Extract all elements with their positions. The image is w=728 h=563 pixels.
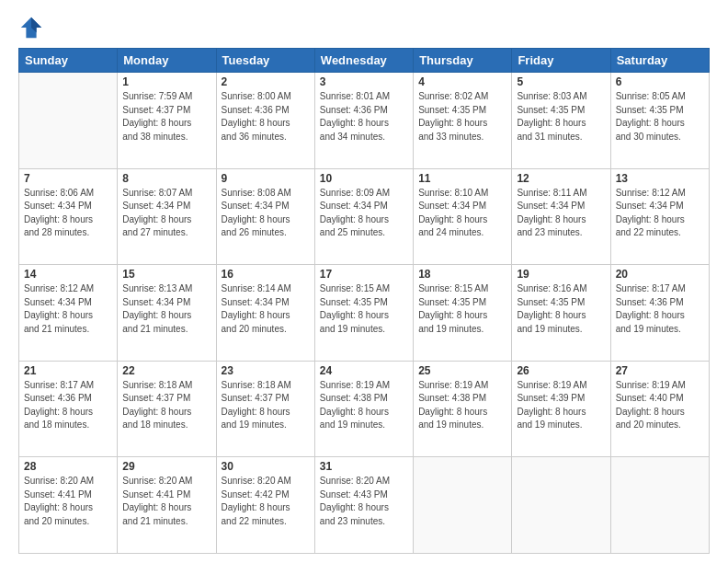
day-number: 3 bbox=[320, 75, 408, 88]
calendar-cell: 6Sunrise: 8:05 AM Sunset: 4:35 PM Daylig… bbox=[610, 73, 709, 169]
day-number: 14 bbox=[24, 268, 112, 281]
calendar-cell: 7Sunrise: 8:06 AM Sunset: 4:34 PM Daylig… bbox=[19, 168, 118, 265]
logo-icon bbox=[18, 15, 44, 40]
calendar-cell: 15Sunrise: 8:13 AM Sunset: 4:34 PM Dayli… bbox=[118, 265, 216, 362]
header bbox=[18, 15, 710, 40]
calendar-cell: 1Sunrise: 7:59 AM Sunset: 4:37 PM Daylig… bbox=[118, 73, 216, 169]
day-number: 2 bbox=[222, 75, 310, 88]
calendar-cell: 11Sunrise: 8:10 AM Sunset: 4:34 PM Dayli… bbox=[414, 168, 512, 265]
calendar-cell: 10Sunrise: 8:09 AM Sunset: 4:34 PM Dayli… bbox=[314, 168, 413, 265]
day-number: 25 bbox=[418, 364, 506, 377]
calendar-header-row: SundayMondayTuesdayWednesdayThursdayFrid… bbox=[19, 49, 710, 73]
day-info: Sunrise: 8:17 AM Sunset: 4:36 PM Dayligh… bbox=[616, 282, 704, 336]
calendar-table: SundayMondayTuesdayWednesdayThursdayFrid… bbox=[18, 48, 710, 554]
day-number: 20 bbox=[616, 268, 704, 281]
calendar-cell bbox=[512, 457, 610, 554]
day-header-tuesday: Tuesday bbox=[216, 49, 314, 73]
calendar-cell: 25Sunrise: 8:19 AM Sunset: 4:38 PM Dayli… bbox=[414, 361, 512, 457]
day-info: Sunrise: 8:00 AM Sunset: 4:36 PM Dayligh… bbox=[222, 90, 310, 144]
calendar-cell: 26Sunrise: 8:19 AM Sunset: 4:39 PM Dayli… bbox=[512, 361, 610, 457]
day-number: 10 bbox=[320, 172, 408, 185]
calendar-cell: 20Sunrise: 8:17 AM Sunset: 4:36 PM Dayli… bbox=[610, 265, 709, 362]
day-number: 31 bbox=[320, 460, 408, 473]
day-info: Sunrise: 8:09 AM Sunset: 4:34 PM Dayligh… bbox=[320, 187, 408, 240]
day-number: 16 bbox=[222, 268, 310, 281]
day-number: 4 bbox=[418, 75, 506, 88]
calendar-cell: 12Sunrise: 8:11 AM Sunset: 4:34 PM Dayli… bbox=[512, 168, 610, 265]
day-info: Sunrise: 8:05 AM Sunset: 4:35 PM Dayligh… bbox=[616, 90, 704, 144]
day-info: Sunrise: 8:17 AM Sunset: 4:36 PM Dayligh… bbox=[24, 379, 112, 432]
day-info: Sunrise: 8:19 AM Sunset: 4:38 PM Dayligh… bbox=[320, 379, 408, 432]
day-info: Sunrise: 8:01 AM Sunset: 4:36 PM Dayligh… bbox=[320, 90, 408, 144]
day-number: 29 bbox=[122, 460, 210, 473]
day-info: Sunrise: 7:59 AM Sunset: 4:37 PM Dayligh… bbox=[122, 90, 210, 144]
day-number: 1 bbox=[122, 75, 210, 88]
calendar-cell bbox=[610, 457, 709, 554]
calendar-cell: 2Sunrise: 8:00 AM Sunset: 4:36 PM Daylig… bbox=[216, 73, 314, 169]
day-number: 28 bbox=[24, 460, 112, 473]
day-number: 5 bbox=[517, 75, 605, 88]
day-info: Sunrise: 8:20 AM Sunset: 4:41 PM Dayligh… bbox=[24, 475, 112, 528]
day-header-sunday: Sunday bbox=[19, 49, 118, 73]
day-number: 6 bbox=[616, 75, 704, 88]
day-info: Sunrise: 8:08 AM Sunset: 4:34 PM Dayligh… bbox=[222, 187, 310, 240]
calendar-cell: 13Sunrise: 8:12 AM Sunset: 4:34 PM Dayli… bbox=[610, 168, 709, 265]
calendar-cell: 23Sunrise: 8:18 AM Sunset: 4:37 PM Dayli… bbox=[216, 361, 314, 457]
week-row-3: 14Sunrise: 8:12 AM Sunset: 4:34 PM Dayli… bbox=[19, 265, 710, 362]
calendar-cell bbox=[19, 73, 118, 169]
calendar-cell: 16Sunrise: 8:14 AM Sunset: 4:34 PM Dayli… bbox=[216, 265, 314, 362]
calendar-cell: 19Sunrise: 8:16 AM Sunset: 4:35 PM Dayli… bbox=[512, 265, 610, 362]
calendar-cell: 21Sunrise: 8:17 AM Sunset: 4:36 PM Dayli… bbox=[19, 361, 118, 457]
calendar-cell: 29Sunrise: 8:20 AM Sunset: 4:41 PM Dayli… bbox=[118, 457, 216, 554]
day-info: Sunrise: 8:16 AM Sunset: 4:35 PM Dayligh… bbox=[517, 282, 605, 336]
day-header-thursday: Thursday bbox=[414, 49, 512, 73]
calendar-cell: 30Sunrise: 8:20 AM Sunset: 4:42 PM Dayli… bbox=[216, 457, 314, 554]
day-number: 7 bbox=[24, 172, 112, 185]
calendar-cell: 17Sunrise: 8:15 AM Sunset: 4:35 PM Dayli… bbox=[314, 265, 413, 362]
week-row-1: 1Sunrise: 7:59 AM Sunset: 4:37 PM Daylig… bbox=[19, 73, 710, 169]
day-info: Sunrise: 8:12 AM Sunset: 4:34 PM Dayligh… bbox=[24, 282, 112, 336]
calendar-cell: 28Sunrise: 8:20 AM Sunset: 4:41 PM Dayli… bbox=[19, 457, 118, 554]
day-header-saturday: Saturday bbox=[610, 49, 709, 73]
day-info: Sunrise: 8:11 AM Sunset: 4:34 PM Dayligh… bbox=[517, 187, 605, 240]
calendar-cell: 9Sunrise: 8:08 AM Sunset: 4:34 PM Daylig… bbox=[216, 168, 314, 265]
day-info: Sunrise: 8:19 AM Sunset: 4:39 PM Dayligh… bbox=[517, 379, 605, 432]
day-number: 8 bbox=[122, 172, 210, 185]
day-number: 26 bbox=[517, 364, 605, 377]
day-number: 21 bbox=[24, 364, 112, 377]
day-info: Sunrise: 8:02 AM Sunset: 4:35 PM Dayligh… bbox=[418, 90, 506, 144]
day-number: 27 bbox=[616, 364, 704, 377]
day-header-friday: Friday bbox=[512, 49, 610, 73]
calendar-cell: 18Sunrise: 8:15 AM Sunset: 4:35 PM Dayli… bbox=[414, 265, 512, 362]
day-info: Sunrise: 8:03 AM Sunset: 4:35 PM Dayligh… bbox=[517, 90, 605, 144]
day-number: 24 bbox=[320, 364, 408, 377]
day-info: Sunrise: 8:13 AM Sunset: 4:34 PM Dayligh… bbox=[122, 282, 210, 336]
day-info: Sunrise: 8:10 AM Sunset: 4:34 PM Dayligh… bbox=[418, 187, 506, 240]
day-info: Sunrise: 8:19 AM Sunset: 4:40 PM Dayligh… bbox=[616, 379, 704, 432]
calendar-cell: 27Sunrise: 8:19 AM Sunset: 4:40 PM Dayli… bbox=[610, 361, 709, 457]
calendar-cell bbox=[414, 457, 512, 554]
day-header-wednesday: Wednesday bbox=[314, 49, 413, 73]
day-number: 15 bbox=[122, 268, 210, 281]
day-info: Sunrise: 8:12 AM Sunset: 4:34 PM Dayligh… bbox=[616, 187, 704, 240]
calendar-cell: 31Sunrise: 8:20 AM Sunset: 4:43 PM Dayli… bbox=[314, 457, 413, 554]
calendar-cell: 4Sunrise: 8:02 AM Sunset: 4:35 PM Daylig… bbox=[414, 73, 512, 169]
day-number: 30 bbox=[222, 460, 310, 473]
day-info: Sunrise: 8:19 AM Sunset: 4:38 PM Dayligh… bbox=[418, 379, 506, 432]
day-info: Sunrise: 8:15 AM Sunset: 4:35 PM Dayligh… bbox=[320, 282, 408, 336]
day-number: 13 bbox=[616, 172, 704, 185]
calendar-cell: 3Sunrise: 8:01 AM Sunset: 4:36 PM Daylig… bbox=[314, 73, 413, 169]
day-info: Sunrise: 8:06 AM Sunset: 4:34 PM Dayligh… bbox=[24, 187, 112, 240]
calendar-cell: 14Sunrise: 8:12 AM Sunset: 4:34 PM Dayli… bbox=[19, 265, 118, 362]
calendar-cell: 5Sunrise: 8:03 AM Sunset: 4:35 PM Daylig… bbox=[512, 73, 610, 169]
calendar-cell: 22Sunrise: 8:18 AM Sunset: 4:37 PM Dayli… bbox=[118, 361, 216, 457]
calendar-cell: 24Sunrise: 8:19 AM Sunset: 4:38 PM Dayli… bbox=[314, 361, 413, 457]
day-number: 17 bbox=[320, 268, 408, 281]
week-row-5: 28Sunrise: 8:20 AM Sunset: 4:41 PM Dayli… bbox=[19, 457, 710, 554]
day-number: 19 bbox=[517, 268, 605, 281]
week-row-4: 21Sunrise: 8:17 AM Sunset: 4:36 PM Dayli… bbox=[19, 361, 710, 457]
day-info: Sunrise: 8:20 AM Sunset: 4:43 PM Dayligh… bbox=[320, 475, 408, 528]
day-info: Sunrise: 8:18 AM Sunset: 4:37 PM Dayligh… bbox=[122, 379, 210, 432]
day-number: 11 bbox=[418, 172, 506, 185]
week-row-2: 7Sunrise: 8:06 AM Sunset: 4:34 PM Daylig… bbox=[19, 168, 710, 265]
